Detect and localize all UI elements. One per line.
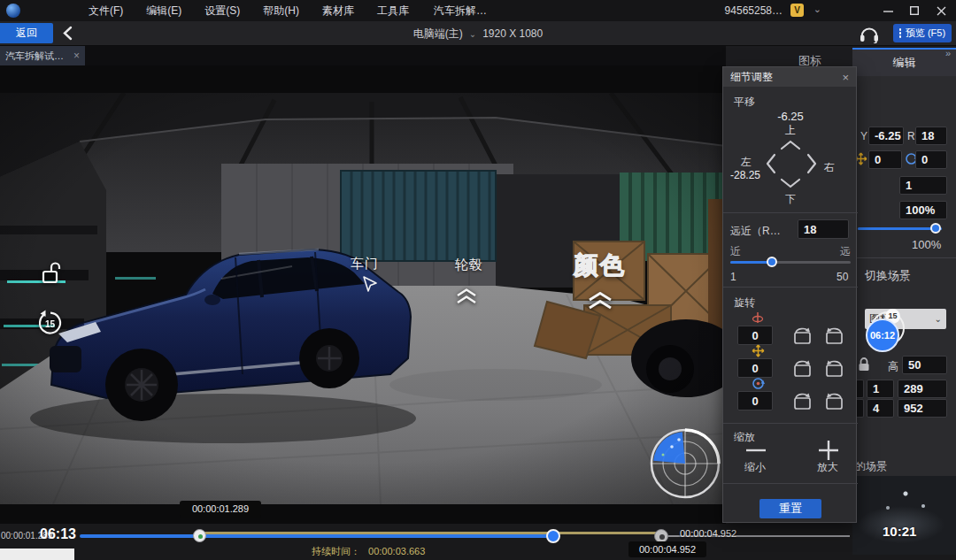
dropdown-chevron-icon: ⌄ [935,314,942,324]
z-rotate-input[interactable]: 0 [737,391,773,410]
rotate-cw-button[interactable] [791,390,814,411]
account-chevron-down-icon[interactable]: ⌄ [813,4,821,15]
pan-up-label: 上 [723,123,858,138]
opacity-value-input[interactable]: 100% [899,201,947,219]
timeline-duration-segment[interactable] [200,532,661,534]
thumbnail-time-label: 10:21 [883,524,916,539]
lock-icon[interactable] [858,357,870,372]
headset-icon[interactable] [859,25,880,43]
rotate-ccw-button[interactable] [822,325,845,346]
rotate-value-input[interactable]: 0 [915,150,947,169]
detail-panel-close-icon[interactable]: × [842,71,849,84]
rotate-ccw-button[interactable] [822,390,845,411]
zoom-out-label[interactable]: 缩小 [744,460,766,475]
viewport-3d[interactable]: 车门 轮毂 颜色 15 [0,65,726,524]
zoom-out-button[interactable] [744,446,767,455]
pan-right-button[interactable] [806,152,819,175]
height-label: 高 [888,359,898,374]
resolution-label: 1920 X 1080 [482,27,543,40]
cursor-icon [361,276,377,294]
menu-help[interactable]: 帮助(H) [263,4,299,19]
rewind-15-icon[interactable]: 15 [36,310,64,337]
minimize-button[interactable] [875,0,901,21]
x-rotate-input[interactable]: 0 [737,326,773,345]
timeline-end-time: 00:00:04.952 [680,528,736,539]
clock-widget[interactable]: 06:12 [866,318,899,352]
far-label: 远 [840,244,851,259]
playhead-handle[interactable] [546,529,560,543]
timeline-bar: 00:00:01.289 06:13 00:00:04.952 持续时间： 00… [0,524,956,560]
keyframe-start-handle[interactable] [193,529,206,542]
timeline-progress[interactable] [80,534,553,538]
scale-value-input[interactable]: 1 [899,176,947,195]
grid-x-input[interactable]: 1 [867,380,894,398]
detail-panel-header[interactable]: 细节调整 × [723,67,856,87]
detail-panel-title: 细节调整 [730,70,773,85]
grid-w-input[interactable]: 289 [898,380,947,398]
hotspot-wheel-hub[interactable]: 轮毂 [455,257,483,273]
unlock-icon[interactable] [41,261,62,286]
pan-up-value: -6.25 [723,110,858,123]
r-value-input[interactable]: 18 [915,127,947,145]
warehouse-scene [0,93,726,504]
pan-left-button[interactable] [764,152,777,175]
maximize-button[interactable] [901,0,928,21]
distance-input[interactable]: 18 [798,219,849,239]
grid-h-input[interactable]: 952 [898,399,947,418]
collapse-panel-icon[interactable]: » [945,48,951,58]
scene-thumbnail[interactable]: 10:21 [852,476,956,555]
start-time-tooltip: 00:00:01.289 [180,501,261,518]
window-title: 汽车拆解… [403,0,518,21]
opacity-percent-label: 100% [912,238,941,251]
end-time-tooltip: 00:00:04.952 [628,541,706,557]
menu-edit[interactable]: 编辑(E) [146,4,181,19]
tab-edit[interactable]: 编辑 [852,48,956,76]
move-value-input[interactable]: 0 [868,150,902,169]
distance-slider-handle[interactable] [767,257,777,267]
y-move-axis-icon [752,344,765,357]
pan-down-button[interactable] [779,177,802,190]
y-value-input[interactable]: -6.25 [868,127,904,145]
preview-button[interactable]: 预览 (F5) [893,24,952,42]
account-id[interactable]: 94565258… [725,0,783,21]
duration-text: 持续时间： 00:00:03.663 [312,545,425,558]
scene-hint-text: 的场景 [855,459,887,474]
tab-scene-project[interactable]: 汽车拆解试… × [0,46,85,65]
app-logo-icon [6,4,20,18]
view-compass-radar[interactable] [647,426,723,502]
y-rotate-input[interactable]: 0 [737,358,773,378]
hotspot-car-door[interactable]: 车门 [351,256,379,272]
title-bar: 文件(F) 编辑(E) 设置(S) 帮助(H) 素材库 工具库 汽车拆解… 94… [0,0,956,21]
application-window: 文件(F) 编辑(E) 设置(S) 帮助(H) 素材库 工具库 汽车拆解… 94… [0,0,956,560]
menu-settings[interactable]: 设置(S) [204,4,240,19]
device-selector: 电脑端(主) ⌄ 1920 X 1080 [0,21,956,46]
height-input[interactable]: 50 [902,356,947,374]
device-chevron-down-icon[interactable]: ⌄ [469,29,476,39]
rotate-cw-button[interactable] [791,357,814,379]
pan-down-label: 下 [723,192,858,207]
menu-assets[interactable]: 素材库 [322,4,354,19]
rotate-ccw-button[interactable] [822,357,845,379]
opacity-slider-handle[interactable] [930,223,941,234]
scale-section-label: 缩放 [734,430,755,445]
near-label: 近 [730,244,741,259]
reset-button[interactable]: 重置 [759,499,821,518]
menu-file[interactable]: 文件(F) [89,4,123,19]
duration-value: 00:00:03.663 [368,546,425,556]
pan-section-label: 平移 [734,95,755,110]
rotate-cw-button[interactable] [791,325,814,346]
pan-left-label: 左 [741,155,752,170]
close-button[interactable] [928,0,954,21]
pan-up-button[interactable] [779,138,802,151]
zoom-in-label[interactable]: 放大 [817,460,838,475]
z-rotate-axis-icon [752,377,765,390]
toolbar: 返回 电脑端(主) ⌄ 1920 X 1080 预览 (F5) [0,21,956,46]
device-label[interactable]: 电脑端(主) [413,27,463,42]
zoom-in-button[interactable] [817,439,840,462]
chevron-up-double-icon[interactable] [454,287,479,304]
tab-close-icon[interactable]: × [73,50,80,62]
hotspot-color[interactable]: 颜色 [574,249,627,281]
menu-bar: 文件(F) 编辑(E) 设置(S) 帮助(H) 素材库 工具库 [89,0,409,21]
grid-y-input[interactable]: 4 [867,399,894,418]
chevron-up-double-icon[interactable] [586,290,614,310]
